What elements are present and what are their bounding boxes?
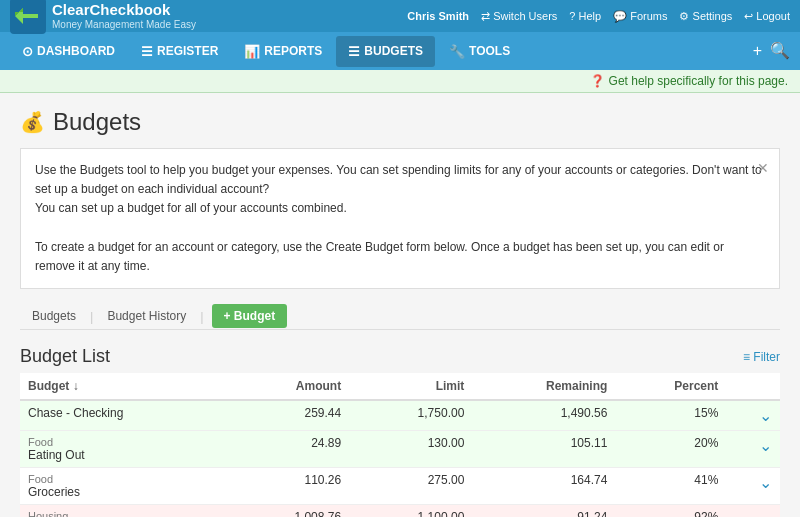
tools-icon: 🔧 <box>449 44 465 59</box>
amount-cell: 1,008.76 <box>226 505 349 517</box>
brand-tagline: Money Management Made Easy <box>52 19 196 30</box>
nav-tools-label: TOOLS <box>469 44 510 58</box>
percent-cell: 20% <box>615 431 726 468</box>
expand-icon[interactable]: ⌄ <box>759 407 772 424</box>
nav-register-label: REGISTER <box>157 44 218 58</box>
budget-name-cell: Housing Rent/Mortgage <box>20 505 226 517</box>
nav-budgets[interactable]: ☰ BUDGETS <box>336 36 435 67</box>
register-icon: ☰ <box>141 44 153 59</box>
nav-budgets-label: BUDGETS <box>364 44 423 58</box>
logo-icon <box>10 0 46 34</box>
limit-cell: 1,750.00 <box>349 400 472 431</box>
expand-cell[interactable]: ⌄ <box>726 400 780 431</box>
budget-category-main: Food <box>28 436 218 448</box>
tab-budget-history[interactable]: Budget History <box>95 303 198 329</box>
col-percent: Percent <box>615 373 726 400</box>
col-budget[interactable]: Budget ↓ <box>20 373 226 400</box>
table-body: Chase - Checking 259.44 1,750.00 1,490.5… <box>20 400 780 517</box>
plus-icon[interactable]: + <box>753 43 762 59</box>
amount-cell: 24.89 <box>226 431 349 468</box>
logo-text: ClearCheckbook Money Management Made Eas… <box>52 2 196 30</box>
tab-separator-2: | <box>200 309 203 324</box>
info-box-close[interactable]: ✕ <box>757 157 769 179</box>
brand-name: ClearCheckbook <box>52 2 196 19</box>
remaining-cell: 105.11 <box>472 431 615 468</box>
add-budget-button[interactable]: + Budget <box>212 304 288 328</box>
table-header: Budget ↓ Amount Limit Remaining Percent <box>20 373 780 400</box>
main-navigation: ⊙ DASHBOARD ☰ REGISTER 📊 REPORTS ☰ BUDGE… <box>0 32 800 70</box>
dashboard-icon: ⊙ <box>22 44 33 59</box>
col-limit: Limit <box>349 373 472 400</box>
expand-cell[interactable]: ⌄ <box>726 431 780 468</box>
budget-list-title: Budget List <box>20 346 110 367</box>
expand-icon[interactable]: ⌄ <box>759 511 772 517</box>
table-row: Food Groceries 110.26 275.00 164.74 41% … <box>20 468 780 505</box>
nav-register[interactable]: ☰ REGISTER <box>129 36 230 67</box>
expand-cell[interactable]: ⌄ <box>726 468 780 505</box>
section-header: Budget List ≡ Filter <box>20 346 780 367</box>
nav-reports-label: REPORTS <box>264 44 322 58</box>
help-page-link[interactable]: ❓ Get help specifically for this page. <box>590 74 788 88</box>
table-row: Food Eating Out 24.89 130.00 105.11 20% … <box>20 431 780 468</box>
switch-users-link[interactable]: ⇄ Switch Users <box>481 10 557 23</box>
info-line1: Use the Budgets tool to help you budget … <box>35 161 765 199</box>
nav-tools[interactable]: 🔧 TOOLS <box>437 36 522 67</box>
user-name: Chris Smith <box>407 10 469 22</box>
tab-budgets[interactable]: Budgets <box>20 303 88 329</box>
filter-button[interactable]: ≡ Filter <box>743 350 780 364</box>
logout-link[interactable]: ↩ Logout <box>744 10 790 23</box>
limit-cell: 1,100.00 <box>349 505 472 517</box>
remaining-cell: 1,490.56 <box>472 400 615 431</box>
table-row: Chase - Checking 259.44 1,750.00 1,490.5… <box>20 400 780 431</box>
settings-link[interactable]: ⚙ Settings <box>679 10 732 23</box>
tab-separator-1: | <box>90 309 93 324</box>
limit-cell: 130.00 <box>349 431 472 468</box>
amount-cell: 110.26 <box>226 468 349 505</box>
budget-category-main: Food <box>28 473 218 485</box>
info-line2: You can set up a budget for all of your … <box>35 199 765 218</box>
amount-cell: 259.44 <box>226 400 349 431</box>
top-navigation: ClearCheckbook Money Management Made Eas… <box>0 0 800 32</box>
nav-reports[interactable]: 📊 REPORTS <box>232 36 334 67</box>
help-bar: ❓ Get help specifically for this page. <box>0 70 800 93</box>
page-title: Budgets <box>53 108 141 136</box>
info-box: ✕ Use the Budgets tool to help you budge… <box>20 148 780 289</box>
budget-category-sub: Eating Out <box>28 448 218 462</box>
budget-name-cell: Chase - Checking <box>20 400 226 431</box>
tabs-row: Budgets | Budget History | + Budget <box>20 303 780 330</box>
budgets-emoji-icon: 💰 <box>20 110 45 134</box>
nav-extra: + 🔍 <box>753 43 790 59</box>
expand-cell[interactable]: ⌄ <box>726 505 780 517</box>
page-content: 💰 Budgets ✕ Use the Budgets tool to help… <box>0 93 800 517</box>
nav-items: ⊙ DASHBOARD ☰ REGISTER 📊 REPORTS ☰ BUDGE… <box>10 36 522 67</box>
help-link[interactable]: ? Help <box>569 10 601 22</box>
percent-cell: 41% <box>615 468 726 505</box>
budget-category: Chase - Checking <box>28 406 123 420</box>
col-actions <box>726 373 780 400</box>
budget-name-cell: Food Eating Out <box>20 431 226 468</box>
nav-dashboard[interactable]: ⊙ DASHBOARD <box>10 36 127 67</box>
page-title-row: 💰 Budgets <box>20 108 780 136</box>
expand-icon[interactable]: ⌄ <box>759 437 772 454</box>
percent-cell: 92% <box>615 505 726 517</box>
percent-cell: 15% <box>615 400 726 431</box>
nav-dashboard-label: DASHBOARD <box>37 44 115 58</box>
search-icon[interactable]: 🔍 <box>770 43 790 59</box>
remaining-cell: 164.74 <box>472 468 615 505</box>
col-amount: Amount <box>226 373 349 400</box>
forums-link[interactable]: 💬 Forums <box>613 10 667 23</box>
col-remaining: Remaining <box>472 373 615 400</box>
info-line3: To create a budget for an account or cat… <box>35 238 765 276</box>
budgets-icon: ☰ <box>348 44 360 59</box>
remaining-cell: 91.24 <box>472 505 615 517</box>
budget-table: Budget ↓ Amount Limit Remaining Percent <box>20 373 780 517</box>
reports-icon: 📊 <box>244 44 260 59</box>
table-row: Housing Rent/Mortgage 1,008.76 1,100.00 … <box>20 505 780 517</box>
top-nav-right: Chris Smith ⇄ Switch Users ? Help 💬 Foru… <box>407 10 790 23</box>
budget-category-sub: Groceries <box>28 485 218 499</box>
expand-icon[interactable]: ⌄ <box>759 474 772 491</box>
logo-area: ClearCheckbook Money Management Made Eas… <box>10 0 196 34</box>
budget-name-cell: Food Groceries <box>20 468 226 505</box>
budget-category-main: Housing <box>28 510 218 517</box>
limit-cell: 275.00 <box>349 468 472 505</box>
